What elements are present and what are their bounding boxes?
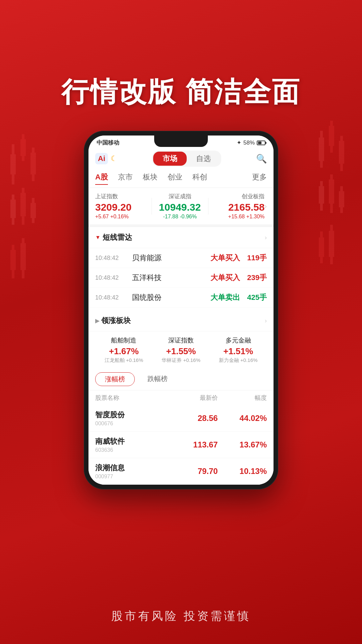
svg-rect-11	[31, 203, 36, 218]
leading-more-arrow[interactable]: ›	[265, 317, 267, 324]
sub-nav: A股 京市 板块 创业 科创 更多	[88, 169, 274, 188]
bluetooth-icon: ✦	[237, 139, 241, 146]
sub-nav-chinext[interactable]: 创业	[168, 172, 182, 185]
sector-shenzheng-name: 深证指数	[153, 336, 210, 345]
stock-row-2[interactable]: 南威软件 603636 113.67 13.67%	[88, 432, 274, 458]
phone-mockup: 中国移动 ✦ 58% Ai ☾	[84, 131, 278, 489]
main-tab-group: 市场 自选	[152, 151, 221, 167]
svg-rect-9	[20, 193, 26, 216]
radar-stock-2[interactable]: 五洋科技	[132, 273, 203, 283]
col-header-pct: 幅度	[218, 394, 267, 402]
stock-name-wrap-2: 南威软件 603636	[95, 436, 169, 453]
radar-action-3: 大单卖出	[203, 292, 247, 303]
sector-finance-sub: 新力金融 +0.16%	[209, 357, 267, 364]
svg-rect-7	[10, 200, 16, 218]
indices-section: 上证指数 3209.20 +5.67 +0.16% 深证成指 10949.32 …	[88, 188, 274, 227]
index-shanghai-change: +5.67 +0.16%	[95, 214, 152, 220]
hero-title: 行情改版 简洁全面	[0, 74, 362, 111]
svg-rect-23	[319, 186, 324, 204]
sub-nav-jingshi[interactable]: 京市	[118, 172, 133, 185]
sector-ship-name: 船舶制造	[95, 336, 153, 345]
radar-title: ▼ 短线雷达	[95, 232, 132, 243]
radar-stock-1[interactable]: 贝肯能源	[132, 253, 203, 263]
svg-rect-15	[20, 243, 26, 270]
index-chinext-value: 2165.58	[208, 202, 265, 213]
stock-row-1[interactable]: 智度股份 000676 28.56 44.02%	[88, 405, 274, 432]
footer-disclaimer: 股市有风险 投资需谨慎	[0, 608, 362, 624]
leading-title: ▶ 领涨板块	[95, 316, 131, 326]
radar-vol-1: 119手	[247, 253, 267, 263]
index-shenzhen: 深证成指 10949.32 -17.88 -0.96%	[152, 193, 208, 220]
index-arrow[interactable]: ›	[264, 202, 267, 210]
carrier-text: 中国移动	[97, 139, 119, 147]
index-shenzhen-name: 深证成指	[152, 193, 208, 200]
svg-rect-29	[319, 237, 324, 257]
index-shanghai: 上证指数 3209.20 +5.67 +0.16%	[95, 193, 152, 220]
radar-action-2: 大单买入	[203, 273, 247, 283]
sector-finance[interactable]: 多元金融 +1.51% 新力金融 +0.16%	[209, 336, 267, 364]
sector-shenzheng[interactable]: 深证指数 +1.55% 华林证券 +0.16%	[153, 336, 210, 364]
sector-shenzheng-sub: 华林证券 +0.16%	[153, 357, 210, 364]
radar-row-3: 10:48:42 国统股份 大单卖出 425手	[88, 288, 274, 308]
tab-losers[interactable]: 跌幅榜	[138, 372, 177, 386]
radar-time-3: 10:48:42	[95, 294, 132, 301]
search-button[interactable]: 🔍	[256, 154, 267, 164]
svg-rect-27	[339, 191, 344, 207]
svg-rect-17	[319, 138, 324, 161]
sector-shenzheng-pct: +1.55%	[153, 346, 210, 357]
radar-row-2: 10:48:42 五洋科技 大单买入 239手	[88, 268, 274, 288]
stock-name-2: 南威软件	[95, 436, 169, 446]
index-shanghai-value: 3209.20	[95, 202, 152, 213]
col-header-name: 股票名称	[95, 394, 169, 402]
logo-icon: Ai	[95, 153, 108, 164]
app-header: Ai ☾ 市场 自选 🔍	[88, 148, 274, 167]
col-header-price: 最新价	[169, 394, 218, 402]
tab-gainers[interactable]: 涨幅榜	[95, 372, 135, 386]
stock-pct-1: 44.02%	[218, 414, 267, 423]
tab-market[interactable]: 市场	[153, 152, 187, 166]
svg-rect-19	[329, 126, 334, 146]
stock-pct-3: 10.13%	[218, 467, 267, 476]
sub-nav-more[interactable]: 更多	[252, 172, 267, 185]
triangle-down-icon: ▼	[95, 234, 101, 240]
index-shenzhen-value: 10949.32	[152, 202, 208, 213]
stock-price-1: 28.56	[169, 414, 218, 423]
svg-rect-1	[10, 154, 16, 174]
index-chinext: 创业板指 2165.58 +15.68 +1.30%	[208, 193, 265, 220]
index-chinext-change: +15.68 +1.30%	[208, 214, 265, 220]
index-shenzhen-change: -17.88 -0.96%	[152, 214, 208, 220]
stock-name-3: 浪潮信息	[95, 463, 169, 473]
stock-list-header: 股票名称 最新价 幅度	[88, 390, 274, 405]
stock-pct-2: 13.67%	[218, 440, 267, 449]
leading-section-header: ▶ 领涨板块 ›	[88, 310, 274, 331]
radar-row-1: 10:48:42 贝肯能源 大单买入 119手	[88, 248, 274, 268]
moon-icon: ☾	[111, 154, 117, 163]
sub-nav-ashare[interactable]: A股	[95, 172, 108, 185]
stock-price-2: 113.67	[169, 440, 218, 449]
radar-time-1: 10:48:42	[95, 255, 132, 262]
sector-items: 船舶制造 +1.67% 江龙船舶 +0.16% 深证指数 +1.55% 华林证券…	[88, 331, 274, 368]
stock-row-3[interactable]: 浪潮信息 000977 79.70 10.13%	[88, 458, 274, 485]
radar-action-1: 大单买入	[203, 253, 247, 263]
tab-watchlist[interactable]: 自选	[187, 152, 220, 166]
status-bar: 中国移动 ✦ 58%	[88, 136, 274, 148]
radar-title-text: 短线雷达	[103, 232, 132, 243]
stock-price-3: 79.70	[169, 467, 218, 476]
stock-code-2: 603636	[95, 447, 169, 453]
radar-more-arrow[interactable]: ›	[265, 234, 267, 241]
sector-ship[interactable]: 船舶制造 +1.67% 江龙船舶 +0.16%	[95, 336, 153, 364]
status-right: ✦ 58%	[237, 139, 265, 146]
sub-nav-star[interactable]: 科创	[192, 172, 207, 185]
index-shanghai-name: 上证指数	[95, 193, 152, 200]
radar-time-2: 10:48:42	[95, 274, 132, 281]
radar-stock-3[interactable]: 国统股份	[132, 292, 203, 303]
sector-finance-name: 多元金融	[209, 336, 267, 345]
notch	[154, 136, 208, 147]
stock-code-3: 000977	[95, 474, 169, 480]
svg-rect-21	[339, 141, 344, 164]
sub-nav-sector[interactable]: 板块	[143, 172, 158, 185]
stock-name-wrap-3: 浪潮信息 000977	[95, 463, 169, 480]
radar-vol-3: 425手	[247, 292, 267, 303]
svg-rect-5	[31, 153, 36, 174]
battery-pct: 58%	[243, 140, 255, 146]
